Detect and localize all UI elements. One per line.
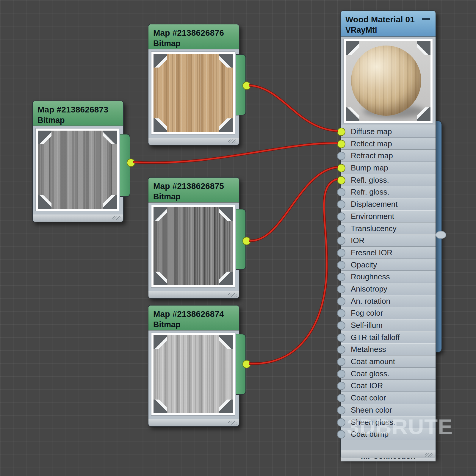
- input-socket-fresnel-ior[interactable]: [337, 249, 345, 257]
- material-resize-bar[interactable]: [341, 450, 436, 458]
- material-input-row-anisotropy[interactable]: Anisotropy: [341, 283, 436, 295]
- preview-corner-mark: [38, 131, 51, 144]
- material-input-row-ior[interactable]: IOR: [341, 234, 436, 247]
- input-label: Fog color: [351, 307, 436, 319]
- bitmap-preview-gray-wood[interactable]: [36, 129, 119, 211]
- input-socket-opacity[interactable]: [337, 261, 345, 269]
- input-socket-coat-bump[interactable]: [337, 430, 345, 439]
- material-input-row-opacity[interactable]: Opacity: [341, 259, 436, 271]
- input-label: Displacement: [351, 198, 436, 210]
- preview-corner-mark: [154, 272, 167, 285]
- material-input-row-refr-gloss[interactable]: Refr. gloss.: [341, 186, 436, 198]
- input-socket-coat-ior[interactable]: [337, 382, 345, 390]
- input-label: Self-illum: [351, 320, 436, 331]
- bitmap-preview-light-gray-wood[interactable]: [151, 333, 235, 415]
- material-input-row-reflect-map[interactable]: Reflect map: [341, 138, 436, 150]
- material-input-row-environment[interactable]: Environment: [341, 210, 436, 223]
- material-input-row-metalness[interactable]: Metalness: [341, 343, 436, 356]
- wire-bump-map[interactable]: [250, 167, 337, 241]
- map-resize-bar[interactable]: [148, 291, 239, 298]
- resize-grip-icon[interactable]: [112, 216, 121, 220]
- material-input-row-displacement[interactable]: Displacement: [341, 198, 436, 210]
- map-node-header[interactable]: Map #2138626874 Bitmap: [148, 306, 239, 331]
- output-socket[interactable]: [242, 360, 251, 368]
- input-socket-translucency[interactable]: [337, 225, 345, 233]
- material-input-row-coat-amount[interactable]: Coat amount: [341, 356, 436, 368]
- slate-material-editor-canvas[interactable]: { "material_node": { "title": "Wood Mate…: [0, 0, 476, 476]
- wire-diffuse-map[interactable]: [250, 85, 337, 131]
- input-socket-anisotropy[interactable]: [337, 285, 345, 293]
- material-node-header[interactable]: Wood Material 01 VRayMtl: [341, 11, 436, 37]
- material-input-row-sheen-color[interactable]: Sheen color: [341, 404, 436, 416]
- input-socket-refl-gloss[interactable]: [337, 176, 345, 184]
- material-input-row-refl-gloss[interactable]: Refl. gloss.: [341, 174, 436, 186]
- map-node-header[interactable]: Map #2138626875 Bitmap: [148, 178, 239, 203]
- map-node-2138626873[interactable]: Map #2138626873 Bitmap: [32, 101, 124, 222]
- material-input-row-an-rotation[interactable]: An. rotation: [341, 295, 436, 307]
- input-label: Fresnel IOR: [351, 247, 436, 259]
- resize-grip-icon[interactable]: [228, 421, 237, 425]
- input-socket-self-illum[interactable]: [337, 321, 345, 330]
- material-input-row-coat-ior[interactable]: Coat IOR: [341, 380, 436, 392]
- input-label: An. rotation: [351, 295, 436, 307]
- preview-corner-mark: [219, 118, 233, 132]
- map-node-header[interactable]: Map #2138626876 Bitmap: [148, 24, 239, 49]
- bitmap-preview-dark-gray-wood[interactable]: [151, 205, 235, 287]
- map-node-title: Map #2138626875: [153, 181, 234, 191]
- output-socket[interactable]: [127, 159, 135, 167]
- input-socket-bump-map[interactable]: [337, 164, 345, 172]
- material-input-row-refract-map[interactable]: Refract map: [341, 150, 436, 162]
- input-socket-roughness[interactable]: [337, 273, 345, 281]
- material-node-wood-material-01[interactable]: Wood Material 01 VRayMtl Diffuse mapRefl…: [340, 10, 436, 459]
- preview-corner-mark: [219, 207, 233, 221]
- input-socket-environment[interactable]: [337, 212, 345, 221]
- wire-reflect-map[interactable]: [134, 143, 337, 163]
- input-socket-an-rotation[interactable]: [337, 297, 345, 306]
- input-socket-coat-gloss[interactable]: [337, 370, 345, 378]
- bitmap-preview-tan-wood[interactable]: [151, 52, 235, 134]
- input-socket-coat-amount[interactable]: [337, 358, 345, 366]
- map-resize-bar[interactable]: [148, 419, 239, 426]
- output-socket[interactable]: [242, 82, 251, 90]
- material-input-row-fog-color[interactable]: Fog color: [341, 307, 436, 319]
- wire-refl-gloss[interactable]: [250, 179, 337, 364]
- material-input-row-translucency[interactable]: Translucency: [341, 223, 436, 235]
- input-socket-sheen-color[interactable]: [337, 406, 345, 414]
- map-resize-bar[interactable]: [148, 138, 239, 145]
- input-label: Reflect map: [351, 138, 436, 150]
- preview-corner-mark: [154, 400, 167, 413]
- output-socket[interactable]: [242, 237, 251, 245]
- input-socket-refr-gloss[interactable]: [337, 188, 345, 196]
- input-socket-coat-color[interactable]: [337, 394, 345, 402]
- input-socket-refract-map[interactable]: [337, 152, 345, 160]
- input-socket-metalness[interactable]: [337, 345, 345, 354]
- material-preview-sphere[interactable]: [344, 39, 433, 123]
- resize-grip-icon[interactable]: [425, 453, 433, 457]
- map-node-2138626874[interactable]: Map #2138626874 Bitmap: [148, 305, 239, 427]
- input-socket-diffuse-map[interactable]: [337, 128, 345, 136]
- material-input-row-bump-map[interactable]: Bump map: [341, 162, 436, 174]
- map-node-2138626876[interactable]: Map #2138626876 Bitmap: [148, 24, 239, 145]
- map-node-header[interactable]: Map #2138626873 Bitmap: [33, 101, 123, 126]
- resize-grip-icon[interactable]: [228, 293, 237, 297]
- material-input-row-fresnel-ior[interactable]: Fresnel IOR: [341, 247, 436, 259]
- material-input-row-coat-color[interactable]: Coat color: [341, 392, 436, 404]
- map-resize-bar[interactable]: [33, 214, 123, 222]
- input-label: Diffuse map: [351, 126, 436, 137]
- map-node-2138626875[interactable]: Map #2138626875 Bitmap: [148, 177, 239, 299]
- input-socket-fog-color[interactable]: [337, 309, 345, 317]
- input-socket-gtr-tail-falloff[interactable]: [337, 333, 345, 342]
- input-socket-displacement[interactable]: [337, 200, 345, 209]
- material-input-row-gtr-tail-falloff[interactable]: GTR tail falloff: [341, 331, 436, 344]
- material-input-row-diffuse-map[interactable]: Diffuse map: [341, 126, 436, 138]
- material-output-socket[interactable]: [436, 231, 446, 239]
- input-socket-ior[interactable]: [337, 237, 345, 245]
- input-socket-reflect-map[interactable]: [337, 140, 345, 148]
- preview-corner-mark: [154, 207, 167, 221]
- input-socket-sheen-gloss[interactable]: [337, 418, 345, 427]
- resize-grip-icon[interactable]: [228, 140, 237, 143]
- material-input-row-self-illum[interactable]: Self-illum: [341, 319, 436, 331]
- material-input-row-roughness[interactable]: Roughness: [341, 271, 436, 283]
- material-input-row-coat-gloss[interactable]: Coat gloss.: [341, 368, 436, 380]
- collapse-minus-icon[interactable]: [422, 18, 430, 20]
